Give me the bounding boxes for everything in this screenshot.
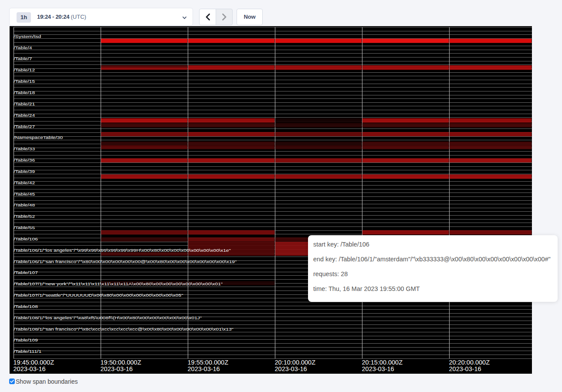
svg-text:/Table/106: /Table/106 (14, 237, 38, 241)
svg-text:/Table/111/1: /Table/111/1 (14, 349, 42, 354)
svg-text:20:15:00.000Z: 20:15:00.000Z (362, 359, 403, 366)
svg-text:/Table/15: /Table/15 (14, 79, 35, 84)
svg-text:2023-03-16: 2023-03-16 (14, 365, 46, 372)
svg-text:20:10:00.000Z: 20:10:00.000Z (275, 359, 316, 366)
svg-text:/Table/21: /Table/21 (14, 101, 35, 106)
svg-text:/Table/109: /Table/109 (14, 338, 38, 342)
svg-text:/Table/107: /Table/107 (14, 270, 38, 275)
svg-text:/Table/48: /Table/48 (14, 203, 35, 207)
svg-text:/Table/4: /Table/4 (14, 45, 32, 50)
svg-text:2023-03-16: 2023-03-16 (449, 365, 481, 372)
svg-text:/Table/52: /Table/52 (14, 214, 35, 219)
svg-text:/Table/45: /Table/45 (14, 192, 35, 196)
svg-text:/Table/39: /Table/39 (14, 169, 35, 173)
svg-text:/Table/27: /Table/27 (14, 124, 35, 128)
svg-text:/Table/107/1/"seattle"/"UUUUUU: /Table/107/1/"seattle"/"UUUUUUD\x00\x80\… (14, 293, 183, 297)
svg-text:/Table/33: /Table/33 (14, 147, 35, 151)
svg-text:19:45:00.000Z: 19:45:00.000Z (14, 359, 54, 366)
svg-text:/Table/107/1/"new york"/"\x11\: /Table/107/1/"new york"/"\x11\x11\x11\x1… (14, 282, 223, 286)
svg-text:2023-03-16: 2023-03-16 (362, 365, 394, 372)
svg-text:/Table/108/1/"san francisco"/": /Table/108/1/"san francisco"/"\x8c\xcc\x… (14, 327, 234, 331)
svg-text:/Table/106/1/"los angeles"/"\x: /Table/106/1/"los angeles"/"\x99\x99\x99… (14, 248, 231, 252)
svg-text:2023-03-16: 2023-03-16 (275, 365, 307, 372)
svg-text:/Table/24: /Table/24 (14, 113, 35, 117)
svg-text:/Table/7: /Table/7 (14, 57, 32, 61)
svg-text:/Table/42: /Table/42 (14, 180, 35, 185)
svg-text:19:55:00.000Z: 19:55:00.000Z (188, 359, 229, 366)
svg-text:/Table/108/1/"los angeles"/"\x: /Table/108/1/"los angeles"/"\xa8\xf5\u00… (14, 315, 202, 320)
svg-text:19:50:00.000Z: 19:50:00.000Z (101, 359, 142, 366)
svg-text:/Table/36: /Table/36 (14, 158, 35, 162)
svg-text:/Table/55: /Table/55 (14, 226, 35, 230)
svg-text:/Table/12: /Table/12 (14, 68, 35, 72)
svg-text:/NamespaceTable/30: /NamespaceTable/30 (14, 135, 63, 140)
svg-text:/Table/108: /Table/108 (14, 304, 38, 309)
svg-text:20:20:00.000Z: 20:20:00.000Z (449, 359, 490, 366)
svg-text:/System/tsd: /System/tsd (14, 34, 41, 38)
svg-text:/Table/106/1/"san francisco"/": /Table/106/1/"san francisco"/"\x80\x00\x… (14, 259, 237, 264)
svg-text:2023-03-16: 2023-03-16 (101, 365, 133, 372)
svg-text:2023-03-16: 2023-03-16 (188, 365, 220, 372)
svg-text:/Table/18: /Table/18 (14, 91, 35, 95)
